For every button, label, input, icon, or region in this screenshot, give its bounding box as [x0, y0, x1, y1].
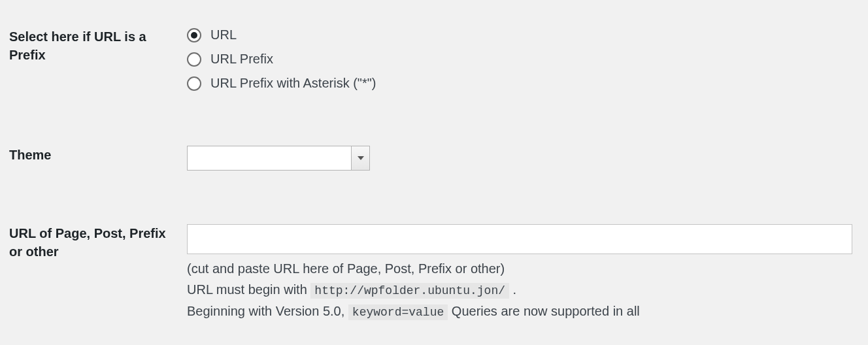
- theme-select-button[interactable]: [351, 146, 369, 170]
- radio-label: URL Prefix: [210, 49, 273, 69]
- url-help-line3-after: Queries are now supported in all: [452, 304, 640, 318]
- url-help-line2-before: URL must begin with: [187, 282, 310, 297]
- url-help-line2-after: .: [513, 282, 517, 297]
- radio-icon: [187, 28, 201, 42]
- url-field-label-text: URL of Page, Post, Prefix or other: [9, 226, 166, 259]
- url-input[interactable]: [187, 224, 852, 254]
- theme-label-text: Theme: [9, 148, 51, 162]
- chevron-down-icon: [358, 156, 364, 160]
- url-help-line1: (cut and paste URL here of Page, Post, P…: [187, 258, 852, 279]
- radio-label: URL Prefix with Asterisk ("*"): [210, 73, 376, 93]
- url-field-label: URL of Page, Post, Prefix or other: [9, 189, 187, 335]
- url-prefix-label: Select here if URL is a Prefix: [9, 9, 187, 110]
- url-help-text: (cut and paste URL here of Page, Post, P…: [187, 258, 852, 322]
- radio-icon: [187, 76, 201, 91]
- theme-label: Theme: [9, 110, 187, 189]
- url-help-line3-code: keyword=value: [348, 304, 448, 320]
- theme-select[interactable]: [187, 146, 370, 171]
- radio-label: URL: [210, 25, 237, 45]
- url-help-line3: Beginning with Version 5.0, keyword=valu…: [187, 301, 852, 322]
- radio-option-url-prefix-asterisk[interactable]: URL Prefix with Asterisk ("*"): [187, 73, 852, 93]
- radio-option-url-prefix[interactable]: URL Prefix: [187, 49, 852, 69]
- radio-icon: [187, 52, 201, 67]
- url-prefix-label-text: Select here if URL is a Prefix: [9, 29, 146, 62]
- url-prefix-radio-group: URL URL Prefix URL Prefix with Asterisk …: [187, 25, 852, 93]
- url-help-line2: URL must begin with http://wpfolder.ubun…: [187, 279, 852, 301]
- radio-option-url[interactable]: URL: [187, 25, 852, 45]
- url-help-line3-before: Beginning with Version 5.0,: [187, 304, 348, 318]
- url-help-line2-code: http://wpfolder.ubuntu.jon/: [310, 283, 509, 299]
- theme-select-value: [188, 146, 351, 170]
